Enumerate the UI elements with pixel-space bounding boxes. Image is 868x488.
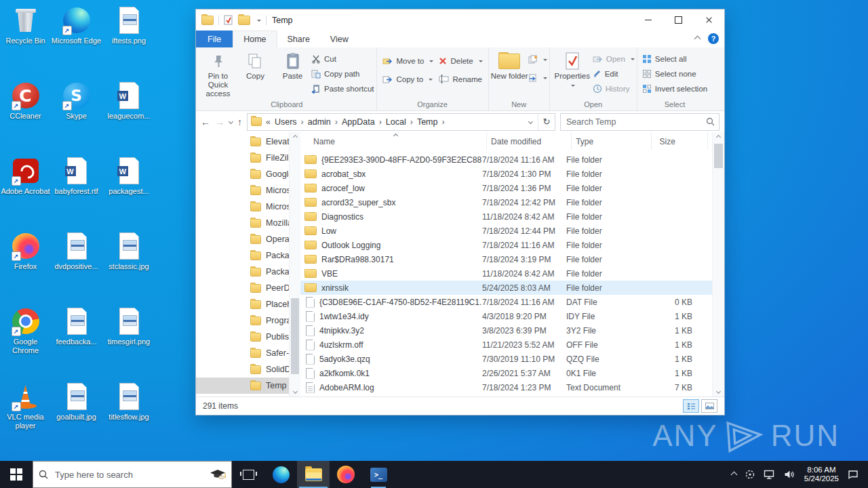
close-button[interactable]: [694, 9, 724, 30]
desktop-icon[interactable]: VLC media player: [0, 379, 51, 454]
tree-item[interactable]: Google: [196, 166, 289, 182]
taskbar-search[interactable]: [33, 461, 232, 488]
search-input[interactable]: [565, 117, 703, 127]
desktop-icon[interactable]: stclassic.jpg: [104, 228, 155, 304]
rename-button[interactable]: Rename: [439, 74, 482, 84]
tree-item[interactable]: Elevate: [196, 134, 289, 150]
desktop-icon[interactable]: Adobe Acrobat: [0, 153, 51, 228]
desktop-icon[interactable]: CCleaner: [0, 78, 51, 153]
start-button[interactable]: [0, 461, 33, 488]
recent-locations-chevron-icon[interactable]: [229, 119, 233, 124]
select-all-button[interactable]: Select all: [642, 54, 707, 64]
address-dropdown-chevron-icon[interactable]: [528, 119, 533, 124]
table-row[interactable]: 4uzlskrm.off 11/21/2023 5:52 AM OFF File…: [300, 338, 712, 352]
tree-item[interactable]: Mozilla: [196, 215, 289, 231]
properties-button[interactable]: Properties: [552, 47, 593, 100]
delete-button[interactable]: Delete: [439, 56, 482, 66]
scroll-down-icon[interactable]: [290, 386, 300, 396]
tree-item[interactable]: Opera: [196, 231, 289, 247]
pin-to-quick-access-button[interactable]: Pin to Quick access: [199, 47, 237, 100]
network-icon[interactable]: [764, 470, 775, 479]
breadcrumb-admin[interactable]: admin: [308, 117, 331, 127]
taskbar-firefox-button[interactable]: [330, 461, 362, 488]
taskbar-search-input[interactable]: [54, 469, 204, 481]
tree-item[interactable]: Program: [196, 312, 289, 329]
tree-item[interactable]: Publish: [196, 329, 289, 345]
qat-customize-chevron-icon[interactable]: [257, 20, 261, 24]
history-button[interactable]: History: [593, 83, 635, 94]
tray-sync-icon[interactable]: [745, 470, 755, 479]
table-row[interactable]: 1wtw1e34.idy 4/3/2018 9:20 PM IDY File 1…: [300, 309, 712, 323]
paste-shortcut-button[interactable]: Paste shortcut: [311, 83, 374, 94]
tree-item[interactable]: SolidDo: [196, 361, 289, 378]
open-button[interactable]: Open: [593, 54, 635, 64]
action-center-icon[interactable]: [848, 470, 859, 479]
cut-button[interactable]: Cut: [311, 54, 374, 64]
tree-item[interactable]: Placeho: [196, 296, 289, 312]
desktop-icon[interactable]: Google Chrome: [0, 304, 51, 379]
table-row[interactable]: acrord32_super_sbx 7/18/2024 12:42 PM Fi…: [300, 195, 712, 209]
scrollbar-thumb[interactable]: [291, 298, 299, 374]
tree-item[interactable]: Microso: [196, 182, 289, 199]
table-row[interactable]: acrobat_sbx 7/18/2024 1:30 PM File folde…: [300, 167, 712, 181]
easy-access-button[interactable]: [528, 73, 547, 83]
table-row[interactable]: 4tnipkkv.3y2 3/8/2023 6:39 PM 3Y2 File 1…: [300, 323, 712, 338]
back-button[interactable]: ←: [201, 117, 210, 127]
new-item-button[interactable]: [528, 54, 547, 64]
list-scrollbar[interactable]: [712, 132, 724, 396]
help-icon[interactable]: ?: [708, 33, 719, 44]
desktop-icon[interactable]: dvdpositive...: [51, 228, 102, 304]
tab-share[interactable]: Share: [277, 30, 320, 47]
tree-item[interactable]: Safer-N: [196, 345, 289, 361]
address-bar[interactable]: « Users › admin › AppData › Local › Temp…: [247, 113, 555, 131]
scroll-up-icon[interactable]: [290, 132, 300, 142]
table-row[interactable]: {C3D8E96E-C1AF-4750-8D52-F4E28119C1... 7…: [300, 295, 712, 309]
table-row[interactable]: 5adyok3e.qzq 7/30/2019 11:10 PM QZQ File…: [300, 352, 712, 366]
refresh-button[interactable]: ↻: [538, 114, 555, 130]
volume-icon[interactable]: [784, 470, 795, 479]
desktop-icon[interactable]: Recycle Bin: [0, 3, 51, 78]
copy-button[interactable]: Copy: [237, 47, 274, 100]
tab-file[interactable]: File: [196, 30, 233, 47]
column-header-date-modified[interactable]: Date modified: [487, 132, 572, 150]
tree-item[interactable]: Packag: [196, 264, 289, 280]
forward-button[interactable]: →: [215, 117, 224, 127]
move-to-button[interactable]: Move to: [382, 56, 434, 66]
breadcrumb-overflow[interactable]: «: [265, 117, 271, 127]
desktop-icon[interactable]: leaguecom...: [104, 78, 155, 153]
breadcrumb-separator[interactable]: ›: [334, 117, 338, 127]
column-header-type[interactable]: Type: [572, 132, 651, 150]
breadcrumb-separator[interactable]: ›: [441, 117, 445, 127]
breadcrumb-users[interactable]: Users: [275, 117, 297, 127]
taskbar-powershell-button[interactable]: >_: [362, 461, 395, 488]
table-row[interactable]: {9EE293E3-390D-48FF-A2D0-59F3E2EC88... 7…: [300, 152, 712, 167]
tab-view[interactable]: View: [320, 30, 359, 47]
copy-path-button[interactable]: Copy path: [311, 68, 374, 79]
new-folder-button[interactable]: New folder: [491, 47, 528, 100]
nav-scrollbar[interactable]: [289, 132, 300, 396]
desktop-icon[interactable]: packagest...: [104, 153, 155, 228]
table-row[interactable]: Diagnostics 11/18/2024 8:42 AM File fold…: [300, 209, 712, 224]
desktop-icon[interactable]: iftests.png: [104, 3, 155, 78]
breadcrumb-local[interactable]: Local: [386, 117, 406, 127]
desktop-icon[interactable]: Firefox: [0, 228, 51, 304]
desktop-icon[interactable]: goalbuilt.jpg: [51, 379, 102, 454]
breadcrumb-separator[interactable]: ›: [378, 117, 382, 127]
task-view-button[interactable]: [232, 461, 264, 488]
maximize-button[interactable]: [663, 9, 694, 30]
breadcrumb-appdata[interactable]: AppData: [342, 117, 375, 127]
taskbar-file-explorer-button[interactable]: [297, 461, 330, 488]
desktop-icon[interactable]: Skype: [51, 78, 102, 153]
table-row[interactable]: xnirssik 5/24/2025 8:03 AM File folder: [300, 281, 712, 295]
qat-properties-button[interactable]: [224, 15, 233, 25]
thumbnail-view-button[interactable]: [701, 399, 717, 413]
up-button[interactable]: ↑: [237, 117, 242, 127]
tab-home[interactable]: Home: [233, 30, 277, 47]
qat-new-folder-button[interactable]: [238, 16, 250, 25]
scrollbar-thumb[interactable]: [714, 144, 723, 168]
details-view-button[interactable]: [683, 399, 699, 413]
tree-item[interactable]: Temp: [196, 378, 289, 394]
invert-selection-button[interactable]: Invert selection: [642, 83, 707, 94]
desktop-icon[interactable]: timesgirl.png: [104, 304, 155, 379]
tree-item[interactable]: Microso: [196, 199, 289, 215]
